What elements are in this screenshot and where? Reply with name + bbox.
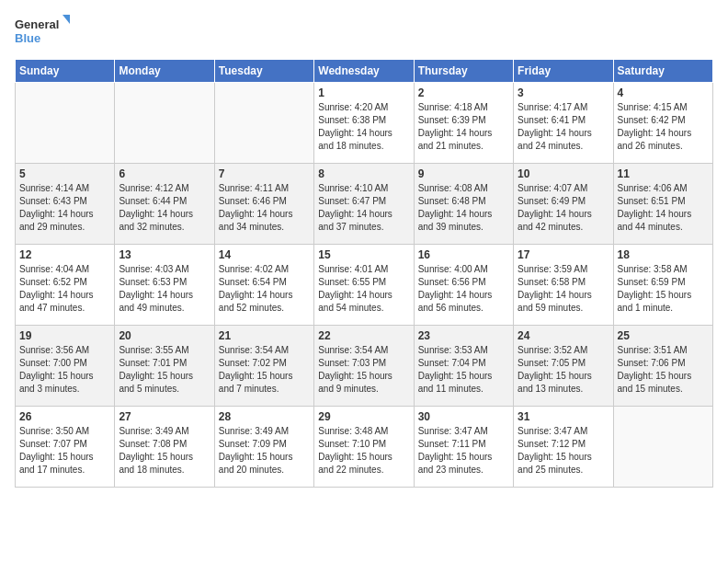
day-info: Sunrise: 3:50 AMSunset: 7:07 PMDaylight:… [19, 425, 110, 477]
day-info: Sunrise: 4:04 AMSunset: 6:52 PMDaylight:… [19, 263, 110, 315]
header-day-wednesday: Wednesday [314, 60, 414, 83]
calendar-cell: 6Sunrise: 4:12 AMSunset: 6:44 PMDaylight… [115, 164, 214, 245]
calendar-cell [115, 83, 214, 164]
week-row-2: 5Sunrise: 4:14 AMSunset: 6:43 PMDaylight… [16, 164, 713, 245]
calendar-cell: 12Sunrise: 4:04 AMSunset: 6:52 PMDayligh… [16, 245, 115, 326]
day-info: Sunrise: 3:53 AMSunset: 7:04 PMDaylight:… [418, 344, 509, 396]
calendar-cell: 25Sunrise: 3:51 AMSunset: 7:06 PMDayligh… [613, 326, 712, 407]
calendar-cell: 8Sunrise: 4:10 AMSunset: 6:47 PMDaylight… [314, 164, 414, 245]
svg-text:Blue: Blue [15, 31, 40, 45]
week-row-4: 19Sunrise: 3:56 AMSunset: 7:00 PMDayligh… [16, 326, 713, 407]
day-number: 26 [19, 410, 110, 423]
day-number: 20 [119, 329, 210, 342]
calendar-cell: 5Sunrise: 4:14 AMSunset: 6:43 PMDaylight… [16, 164, 115, 245]
day-number: 23 [418, 329, 509, 342]
day-number: 4 [618, 86, 709, 99]
calendar-cell [214, 83, 313, 164]
header-day-saturday: Saturday [613, 60, 712, 83]
day-info: Sunrise: 4:03 AMSunset: 6:53 PMDaylight:… [119, 263, 210, 315]
day-info: Sunrise: 4:08 AMSunset: 6:48 PMDaylight:… [418, 182, 509, 234]
logo-icon: General Blue [15, 15, 70, 48]
day-number: 12 [19, 248, 110, 261]
header-day-sunday: Sunday [16, 60, 115, 83]
day-info: Sunrise: 4:11 AMSunset: 6:46 PMDaylight:… [219, 182, 310, 234]
calendar-cell: 26Sunrise: 3:50 AMSunset: 7:07 PMDayligh… [16, 407, 115, 488]
day-info: Sunrise: 3:54 AMSunset: 7:02 PMDaylight:… [219, 344, 310, 396]
header-day-monday: Monday [115, 60, 214, 83]
day-info: Sunrise: 4:18 AMSunset: 6:39 PMDaylight:… [418, 101, 509, 153]
day-info: Sunrise: 3:49 AMSunset: 7:09 PMDaylight:… [219, 425, 310, 477]
calendar-table: SundayMondayTuesdayWednesdayThursdayFrid… [15, 59, 713, 488]
day-info: Sunrise: 4:00 AMSunset: 6:56 PMDaylight:… [418, 263, 509, 315]
day-number: 17 [518, 248, 609, 261]
day-number: 1 [318, 86, 409, 99]
svg-text:General: General [15, 17, 59, 31]
day-number: 25 [618, 329, 709, 342]
day-info: Sunrise: 4:12 AMSunset: 6:44 PMDaylight:… [119, 182, 210, 234]
calendar-cell: 24Sunrise: 3:52 AMSunset: 7:05 PMDayligh… [514, 326, 613, 407]
day-info: Sunrise: 3:51 AMSunset: 7:06 PMDaylight:… [618, 344, 709, 396]
logo: General Blue [15, 15, 70, 48]
day-number: 28 [219, 410, 310, 423]
day-info: Sunrise: 3:54 AMSunset: 7:03 PMDaylight:… [318, 344, 409, 396]
week-row-3: 12Sunrise: 4:04 AMSunset: 6:52 PMDayligh… [16, 245, 713, 326]
day-info: Sunrise: 4:07 AMSunset: 6:49 PMDaylight:… [518, 182, 609, 234]
calendar-body: 1Sunrise: 4:20 AMSunset: 6:38 PMDaylight… [16, 83, 713, 488]
calendar-cell [16, 83, 115, 164]
day-number: 21 [219, 329, 310, 342]
day-info: Sunrise: 3:48 AMSunset: 7:10 PMDaylight:… [318, 425, 409, 477]
day-number: 6 [119, 167, 210, 180]
day-number: 16 [418, 248, 509, 261]
day-number: 3 [518, 86, 609, 99]
calendar-cell: 2Sunrise: 4:18 AMSunset: 6:39 PMDaylight… [414, 83, 513, 164]
day-number: 15 [318, 248, 409, 261]
day-number: 22 [318, 329, 409, 342]
day-number: 31 [518, 410, 609, 423]
day-number: 30 [418, 410, 509, 423]
day-number: 9 [418, 167, 509, 180]
day-number: 27 [119, 410, 210, 423]
calendar-cell: 29Sunrise: 3:48 AMSunset: 7:10 PMDayligh… [314, 407, 414, 488]
day-info: Sunrise: 4:01 AMSunset: 6:55 PMDaylight:… [318, 263, 409, 315]
day-info: Sunrise: 4:10 AMSunset: 6:47 PMDaylight:… [318, 182, 409, 234]
week-row-1: 1Sunrise: 4:20 AMSunset: 6:38 PMDaylight… [16, 83, 713, 164]
day-number: 18 [618, 248, 709, 261]
calendar-cell: 3Sunrise: 4:17 AMSunset: 6:41 PMDaylight… [514, 83, 613, 164]
calendar-cell: 18Sunrise: 3:58 AMSunset: 6:59 PMDayligh… [613, 245, 712, 326]
day-info: Sunrise: 3:56 AMSunset: 7:00 PMDaylight:… [19, 344, 110, 396]
calendar-cell: 27Sunrise: 3:49 AMSunset: 7:08 PMDayligh… [115, 407, 214, 488]
calendar-cell: 1Sunrise: 4:20 AMSunset: 6:38 PMDaylight… [314, 83, 414, 164]
day-number: 7 [219, 167, 310, 180]
day-info: Sunrise: 3:47 AMSunset: 7:12 PMDaylight:… [518, 425, 609, 477]
header-day-friday: Friday [514, 60, 613, 83]
calendar-header: SundayMondayTuesdayWednesdayThursdayFrid… [16, 60, 713, 83]
calendar-cell: 9Sunrise: 4:08 AMSunset: 6:48 PMDaylight… [414, 164, 513, 245]
day-number: 8 [318, 167, 409, 180]
calendar-cell: 30Sunrise: 3:47 AMSunset: 7:11 PMDayligh… [414, 407, 513, 488]
day-info: Sunrise: 3:59 AMSunset: 6:58 PMDaylight:… [518, 263, 609, 315]
day-info: Sunrise: 3:55 AMSunset: 7:01 PMDaylight:… [119, 344, 210, 396]
calendar-cell: 7Sunrise: 4:11 AMSunset: 6:46 PMDaylight… [214, 164, 313, 245]
day-info: Sunrise: 4:20 AMSunset: 6:38 PMDaylight:… [318, 101, 409, 153]
page-header: General Blue [15, 15, 713, 48]
day-number: 11 [618, 167, 709, 180]
calendar-cell: 15Sunrise: 4:01 AMSunset: 6:55 PMDayligh… [314, 245, 414, 326]
calendar-cell [613, 407, 712, 488]
day-info: Sunrise: 4:15 AMSunset: 6:42 PMDaylight:… [618, 101, 709, 153]
day-number: 29 [318, 410, 409, 423]
calendar-cell: 22Sunrise: 3:54 AMSunset: 7:03 PMDayligh… [314, 326, 414, 407]
day-info: Sunrise: 4:02 AMSunset: 6:54 PMDaylight:… [219, 263, 310, 315]
day-number: 2 [418, 86, 509, 99]
calendar-cell: 20Sunrise: 3:55 AMSunset: 7:01 PMDayligh… [115, 326, 214, 407]
day-info: Sunrise: 3:49 AMSunset: 7:08 PMDaylight:… [119, 425, 210, 477]
svg-marker-2 [63, 15, 70, 24]
day-number: 19 [19, 329, 110, 342]
calendar-cell: 10Sunrise: 4:07 AMSunset: 6:49 PMDayligh… [514, 164, 613, 245]
day-number: 14 [219, 248, 310, 261]
calendar-cell: 31Sunrise: 3:47 AMSunset: 7:12 PMDayligh… [514, 407, 613, 488]
day-number: 10 [518, 167, 609, 180]
day-info: Sunrise: 4:06 AMSunset: 6:51 PMDaylight:… [618, 182, 709, 234]
calendar-cell: 19Sunrise: 3:56 AMSunset: 7:00 PMDayligh… [16, 326, 115, 407]
calendar-cell: 21Sunrise: 3:54 AMSunset: 7:02 PMDayligh… [214, 326, 313, 407]
calendar-cell: 13Sunrise: 4:03 AMSunset: 6:53 PMDayligh… [115, 245, 214, 326]
